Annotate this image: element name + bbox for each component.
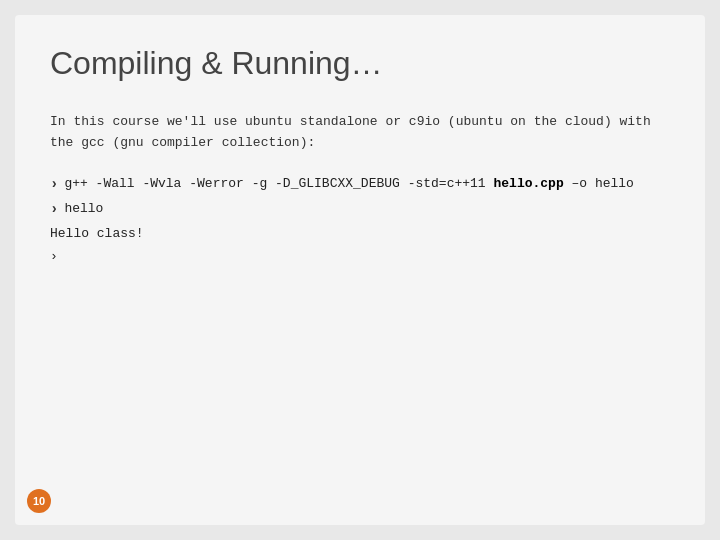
intro-line2: the gcc (gnu compiler collection):	[50, 135, 315, 150]
command-line-1: › g++ -Wall -Wvla -Werror -g -D_GLIBCXX_…	[50, 172, 670, 197]
intro-text: In this course we'll use ubuntu standalo…	[50, 112, 670, 154]
prompt-2: ›	[50, 197, 58, 222]
command-line-2: › hello	[50, 197, 670, 222]
cmd-suffix-1: –o hello	[564, 176, 634, 191]
slide-title: Compiling & Running…	[50, 45, 670, 82]
cmd-prefix-1: g++ -Wall -Wvla -Werror -g -D_GLIBCXX_DE…	[64, 176, 493, 191]
prompt-1: ›	[50, 172, 58, 197]
output-prompt: ›	[50, 245, 670, 268]
output-line-1: Hello class!	[50, 222, 670, 245]
intro-line1: In this course we'll use ubuntu standalo…	[50, 114, 651, 129]
page-number: 10	[27, 489, 51, 513]
cmd-highlight-1: hello.cpp	[493, 176, 563, 191]
code-block: › g++ -Wall -Wvla -Werror -g -D_GLIBCXX_…	[50, 172, 670, 269]
cmd-2: hello	[64, 197, 103, 220]
cmd-1: g++ -Wall -Wvla -Werror -g -D_GLIBCXX_DE…	[64, 172, 634, 195]
slide: Compiling & Running… In this course we'l…	[15, 15, 705, 525]
